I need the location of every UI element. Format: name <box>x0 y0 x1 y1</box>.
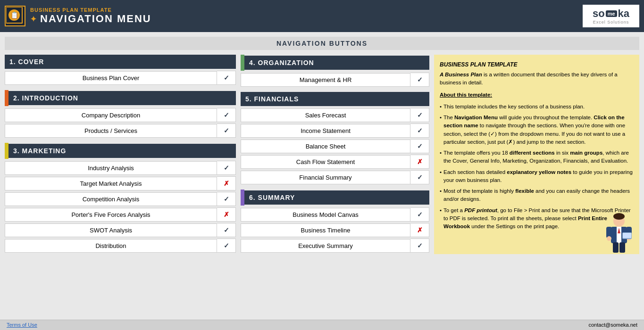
nav-row-balance-sheet: Balance Sheet ✓ <box>241 139 429 153</box>
header-left: 📋 BUSINESS PLAN TEMPLATE ✦ NAVIGATION ME… <box>5 6 151 26</box>
nav-label-cash-flow[interactable]: Cash Flow Statement <box>241 155 410 169</box>
svg-rect-15 <box>623 233 631 238</box>
nav-check-exec-summary[interactable]: ✓ <box>410 239 429 253</box>
person-illustration <box>602 213 636 250</box>
nav-row-business-plan-cover: Business Plan Cover ✓ <box>5 71 236 85</box>
nav-check-porters[interactable]: ✗ <box>217 207 236 222</box>
nav-check-company-desc[interactable]: ✓ <box>217 108 236 122</box>
nav-check-cash-flow[interactable]: ✗ <box>410 155 429 169</box>
section-marketing-header: 3. MARKETING <box>5 143 236 159</box>
bullet-dot-2: • <box>440 114 442 146</box>
nav-row-mgmt-hr: Management & HR ✓ <box>241 73 429 87</box>
logo-so: so <box>593 8 605 20</box>
accent-org <box>241 55 244 71</box>
section-financials-header: 5. FINANCIALS <box>241 92 429 106</box>
svg-point-16 <box>613 213 625 220</box>
logo-sub: Excel Solutions <box>593 20 629 25</box>
nav-check-swot[interactable]: ✓ <box>217 223 236 237</box>
bullet-dot-6: • <box>440 206 442 231</box>
info-panel: BUSINESS PLAN TEMPLATE A Business Plan i… <box>434 55 639 254</box>
info-intro-bold: A Business Plan <box>440 72 482 77</box>
svg-point-10 <box>607 236 611 241</box>
info-bullet-1: • This template includes the key section… <box>440 103 634 111</box>
nav-row-swot: SWOT Analysis ✓ <box>5 223 236 237</box>
info-bullet-3-text: The template offers you 18 different sec… <box>443 149 634 165</box>
nav-row-income-statement: Income Statement ✓ <box>241 124 429 138</box>
section-cover-label: 1. COVER <box>5 55 236 69</box>
header-text: BUSINESS PLAN TEMPLATE ✦ NAVIGATION MENU <box>30 7 151 25</box>
nav-label-swot[interactable]: SWOT Analysis <box>5 223 217 237</box>
bullet-dot-3: • <box>440 149 442 165</box>
info-bullet-1-text: This template includes the key sections … <box>443 103 585 111</box>
star-icon: ✦ <box>30 15 37 24</box>
header-title: ✦ NAVIGATION MENU <box>30 13 151 25</box>
nav-check-industry-analysis[interactable]: ✓ <box>217 161 236 175</box>
nav-row-sales-forecast: Sales Forecast ✓ <box>241 108 429 122</box>
nav-row-target-market: Target Market Analysis ✗ <box>5 176 236 190</box>
app-icon: 📋 <box>5 6 25 26</box>
nav-label-sales-forecast[interactable]: Sales Forecast <box>241 108 410 122</box>
nav-row-industry-analysis: Industry Analysis ✓ <box>5 161 236 175</box>
nav-row-cash-flow: Cash Flow Statement ✗ <box>241 155 429 169</box>
nav-check-business-plan-cover[interactable]: ✓ <box>217 71 236 85</box>
left-panel: 1. COVER Business Plan Cover ✓ 2. INTROD… <box>5 55 236 254</box>
nav-label-company-desc[interactable]: Company Description <box>5 108 217 122</box>
section-org-label: 4. ORGANIZATION <box>244 56 429 70</box>
nav-label-exec-summary[interactable]: Executive Summary <box>241 239 410 253</box>
nav-label-industry-analysis[interactable]: Industry Analysis <box>5 161 217 175</box>
main-area: NAVIGATION BUTTONS 1. COVER Business Pla… <box>0 32 644 320</box>
nav-label-distribution[interactable]: Distribution <box>5 239 217 253</box>
section-intro-label: 2. INTRODUCTION <box>8 91 236 105</box>
accent-marketing <box>5 143 8 159</box>
nav-check-bmc[interactable]: ✓ <box>410 207 429 222</box>
info-bullet-2: • The Navigation Menu will guide you thr… <box>440 114 634 146</box>
nav-row-products-services: Products / Services ✓ <box>5 124 236 138</box>
bullet-dot-4: • <box>440 168 442 185</box>
nav-row-financial-summary: Financial Summary ✓ <box>241 170 429 184</box>
nav-check-products-services[interactable]: ✓ <box>217 124 236 138</box>
nav-check-distribution[interactable]: ✓ <box>217 239 236 253</box>
nav-label-business-plan-cover[interactable]: Business Plan Cover <box>5 71 217 85</box>
nav-label-target-market[interactable]: Target Market Analysis <box>5 177 217 190</box>
nav-label-balance-sheet[interactable]: Balance Sheet <box>241 140 410 153</box>
nav-label-financial-summary[interactable]: Financial Summary <box>241 171 410 184</box>
header: 📋 BUSINESS PLAN TEMPLATE ✦ NAVIGATION ME… <box>0 0 644 32</box>
nav-row-porters: Porter's Five Forces Analysis ✗ <box>5 207 236 222</box>
contact-text: contact@someka.net <box>589 322 638 328</box>
nav-check-timeline[interactable]: ✗ <box>410 223 429 237</box>
nav-row-distribution: Distribution ✓ <box>5 239 236 253</box>
info-bullet-4: • Each section has detailed explanatory … <box>440 168 634 185</box>
logo: so me ka Excel Solutions <box>583 5 639 27</box>
info-bullet-4-text: Each section has detailed explanatory ye… <box>443 168 634 185</box>
nav-row-timeline: Business Timeline ✗ <box>241 223 429 237</box>
nav-label-income-statement[interactable]: Income Statement <box>241 124 410 138</box>
nav-check-financial-summary[interactable]: ✓ <box>410 170 429 184</box>
nav-label-porters[interactable]: Porter's Five Forces Analysis <box>5 208 217 222</box>
section-summary-label: 6. SUMMARY <box>244 190 429 205</box>
nav-check-mgmt-hr[interactable]: ✓ <box>410 73 429 87</box>
info-intro: A Business Plan is a written document th… <box>440 71 634 87</box>
nav-label-bmc[interactable]: Business Model Canvas <box>241 208 410 222</box>
nav-label-mgmt-hr[interactable]: Management & HR <box>241 73 410 87</box>
nav-check-balance-sheet[interactable]: ✓ <box>410 139 429 153</box>
section-intro-header: 2. INTRODUCTION <box>5 90 236 106</box>
info-panel-title-section: BUSINESS PLAN TEMPLATE A Business Plan i… <box>440 60 634 87</box>
nav-check-competition-analysis[interactable]: ✓ <box>217 192 236 206</box>
nav-check-target-market[interactable]: ✗ <box>217 176 236 190</box>
nav-title: NAVIGATION BUTTONS <box>5 37 639 50</box>
svg-rect-12 <box>613 242 619 253</box>
info-title: BUSINESS PLAN TEMPLATE <box>440 60 634 69</box>
accent-intro <box>5 90 8 106</box>
section-financials-label: 5. FINANCIALS <box>241 92 429 106</box>
bullet-dot-1: • <box>440 103 442 111</box>
nav-row-exec-summary: Executive Summary ✓ <box>241 239 429 253</box>
nav-label-timeline[interactable]: Business Timeline <box>241 223 410 237</box>
nav-check-income-statement[interactable]: ✓ <box>410 124 429 138</box>
nav-check-sales-forecast[interactable]: ✓ <box>410 108 429 122</box>
nav-label-competition-analysis[interactable]: Competition Analysis <box>5 192 217 206</box>
nav-label-products-services[interactable]: Products / Services <box>5 124 217 138</box>
section-org-header: 4. ORGANIZATION <box>241 55 429 71</box>
info-about-section: About this template: <box>440 91 634 99</box>
terms-link[interactable]: Terms of Use <box>7 322 37 328</box>
nav-row-competition-analysis: Competition Analysis ✓ <box>5 192 236 206</box>
